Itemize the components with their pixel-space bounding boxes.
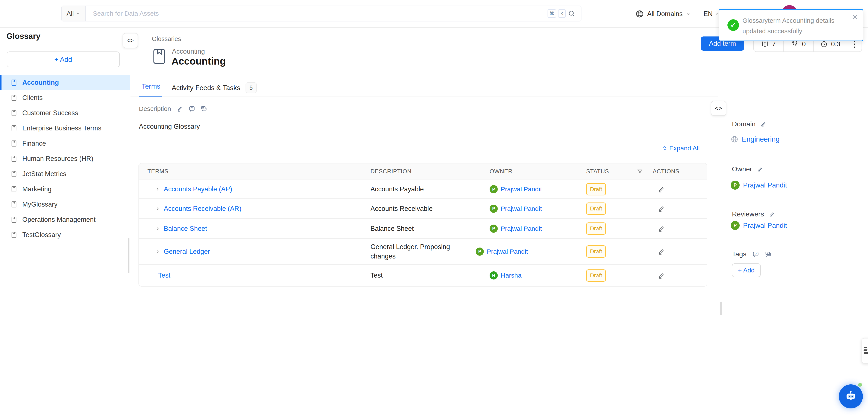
term-link[interactable]: Test: [158, 271, 170, 279]
sidebar-item-label: Accounting: [22, 79, 59, 87]
breadcrumb[interactable]: Glossaries: [152, 35, 181, 42]
expand-all-label: Expand All: [669, 145, 700, 152]
comments-icon[interactable]: [201, 105, 207, 112]
request-description-icon[interactable]: ?: [189, 105, 195, 112]
clock-history-icon: [820, 40, 828, 48]
term-link[interactable]: Accounts Receivable (AR): [164, 205, 242, 213]
chevron-down-icon: [686, 11, 690, 16]
owner-link[interactable]: Prajwal Pandit: [501, 186, 542, 193]
language-selector[interactable]: EN: [703, 10, 719, 18]
column-description: DESCRIPTION: [367, 168, 486, 175]
sidebar-item-customer-success[interactable]: Customer Success: [0, 105, 130, 121]
column-owner: OWNER: [486, 168, 583, 175]
book-icon: [10, 140, 18, 147]
book-icon: [10, 201, 18, 208]
book-icon: [10, 125, 18, 132]
status-badge: Draft: [586, 269, 606, 282]
status-badge: Draft: [586, 183, 606, 195]
owner-link[interactable]: Prajwal Pandit: [743, 181, 787, 189]
edit-reviewers-icon[interactable]: [769, 211, 775, 218]
all-domains-dropdown[interactable]: All Domains: [635, 10, 690, 18]
kbd-k-badge: K: [558, 9, 566, 18]
sidebar-item-label: Operations Management: [22, 216, 95, 224]
sidebar-item-label: JetStat Metrics: [22, 170, 66, 178]
request-tags-icon[interactable]: ?: [752, 251, 759, 257]
language-label: EN: [703, 10, 713, 18]
main-scrollbar[interactable]: [720, 301, 722, 315]
glossary-list: Accounting Clients Customer Success Ente…: [0, 75, 130, 243]
sidebar-item-clients[interactable]: Clients: [0, 90, 130, 105]
sidebar-collapse-button[interactable]: <>: [123, 33, 138, 48]
term-link[interactable]: General Ledger: [164, 248, 210, 255]
edit-term-icon[interactable]: [658, 225, 665, 232]
add-glossary-button[interactable]: + Add: [7, 52, 120, 67]
entity-type-label: Accounting: [172, 47, 205, 55]
tags-comments-icon[interactable]: [765, 251, 771, 257]
tags-section-header: Tags ?: [732, 250, 771, 258]
sidebar-item-testglossary[interactable]: TestGlossary: [0, 227, 130, 243]
edit-term-icon[interactable]: [658, 248, 665, 255]
search-icon[interactable]: [568, 10, 576, 18]
sidebar-scrollbar[interactable]: [128, 238, 129, 273]
sidebar-item-marketing[interactable]: Marketing: [0, 182, 130, 197]
owner-label: Owner: [732, 165, 752, 173]
status-filter-icon[interactable]: [637, 169, 643, 174]
edit-owner-icon[interactable]: [757, 166, 763, 172]
sidebar-item-human-resources[interactable]: Human Resources (HR): [0, 151, 130, 166]
tab-activity-feeds[interactable]: Activity Feeds & Tasks 5: [172, 83, 257, 93]
sidebar-item-label: Marketing: [22, 185, 52, 193]
sidebar-item-operations-management[interactable]: Operations Management: [0, 212, 130, 227]
expand-row-icon[interactable]: [155, 226, 160, 231]
owner-link[interactable]: Prajwal Pandit: [501, 205, 542, 212]
top-bar-right: All Domains EN: [635, 0, 719, 28]
owner-link[interactable]: Prajwal Pandit: [487, 248, 528, 255]
sidebar-item-label: TestGlossary: [22, 231, 61, 239]
sidebar-item-accounting[interactable]: Accounting: [0, 75, 130, 90]
expand-row-icon[interactable]: [155, 206, 160, 212]
sidebar-title: Glossary: [6, 32, 40, 41]
terms-table: TERMS DESCRIPTION OWNER STATUS ACTIONS A…: [138, 163, 707, 287]
expand-row-icon[interactable]: [155, 186, 160, 192]
right-panel-divider: [718, 28, 718, 417]
chevron-down-icon: [76, 11, 80, 15]
edit-term-icon[interactable]: [658, 272, 665, 279]
reviewers-section-header: Reviewers: [732, 210, 775, 218]
sidebar-item-finance[interactable]: Finance: [0, 136, 130, 151]
book-icon: [10, 155, 18, 162]
reviewer-link[interactable]: Prajwal Pandit: [743, 222, 787, 229]
edit-description-icon[interactable]: [177, 105, 183, 112]
edit-term-icon[interactable]: [658, 186, 665, 193]
chat-bot-button[interactable]: [839, 384, 863, 409]
reviewer-avatar: P: [731, 221, 740, 230]
search-scope-dropdown[interactable]: All: [62, 6, 86, 21]
term-link[interactable]: Accounts Payable (AP): [164, 185, 232, 193]
right-panel-collapse-button[interactable]: <>: [711, 101, 726, 116]
expand-all-button[interactable]: Expand All: [662, 145, 700, 152]
globe-icon: [731, 135, 738, 143]
add-tag-button[interactable]: + Add: [732, 263, 761, 277]
domain-section-header: Domain: [732, 120, 767, 128]
domain-link[interactable]: Engineering: [742, 135, 780, 143]
sidebar-item-enterprise-business-terms[interactable]: Enterprise Business Terms: [0, 121, 130, 136]
edit-domain-icon[interactable]: [760, 121, 767, 127]
table-header: TERMS DESCRIPTION OWNER STATUS ACTIONS: [139, 163, 707, 180]
sidebar-item-jetstat-metrics[interactable]: JetStat Metrics: [0, 166, 130, 182]
column-status: STATUS: [583, 168, 649, 175]
owner-avatar: P: [490, 185, 498, 193]
sidebar-item-label: Clients: [22, 94, 43, 102]
owner-link[interactable]: Harsha: [501, 272, 522, 279]
edit-term-icon[interactable]: [658, 205, 665, 212]
search-input[interactable]: [86, 10, 548, 17]
sidebar-item-myglossary[interactable]: MyGlossary: [0, 197, 130, 212]
robot-icon: [844, 389, 858, 403]
sidebar-item-label: Enterprise Business Terms: [22, 124, 101, 132]
owner-link[interactable]: Prajwal Pandit: [501, 225, 542, 232]
domain-label: Domain: [732, 120, 755, 128]
book-icon: [10, 109, 18, 117]
whats-new-widget[interactable]: [862, 338, 868, 363]
term-link[interactable]: Balance Sheet: [164, 225, 207, 232]
tab-terms[interactable]: Terms: [142, 83, 160, 90]
sidebar-item-label: Human Resources (HR): [22, 155, 93, 163]
toast-close-icon[interactable]: ✕: [852, 13, 858, 21]
expand-row-icon[interactable]: [155, 249, 160, 254]
